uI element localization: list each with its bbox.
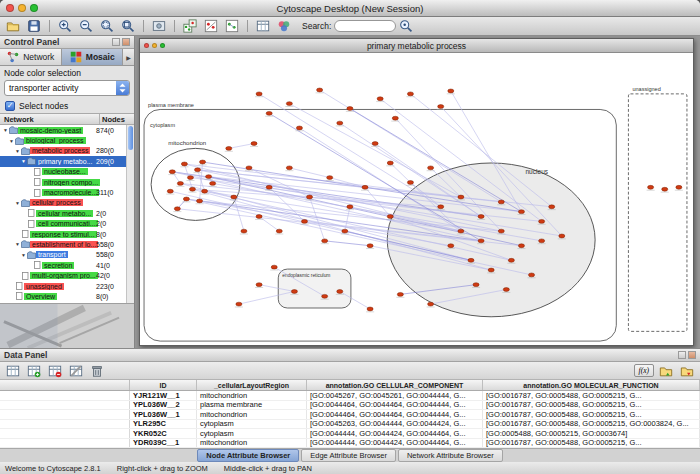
network-edge[interactable] (325, 241, 370, 246)
network-node[interactable] (549, 205, 555, 209)
table-row[interactable]: YDR039C__1mitochondrion[GO:0044444, GO:0… (0, 439, 700, 449)
network-node[interactable] (478, 215, 484, 219)
network-node[interactable] (372, 142, 378, 146)
network-node[interactable] (301, 219, 307, 223)
network-node[interactable] (231, 195, 237, 199)
network-node[interactable] (342, 229, 348, 233)
zoom-in-icon[interactable] (56, 18, 74, 35)
network-node[interactable] (236, 302, 242, 306)
node-color-dropdown[interactable]: transporter activity (4, 80, 130, 96)
network-node[interactable] (498, 229, 504, 233)
formula-builder-button[interactable]: f(x) (634, 364, 654, 377)
table-row[interactable]: YPL036W__1mitochondrion[GO:0044464, GO:0… (0, 410, 700, 420)
network-node[interactable] (362, 185, 368, 189)
network-node[interactable] (387, 215, 393, 219)
network-node[interactable] (478, 239, 484, 243)
network-edge[interactable] (229, 144, 254, 149)
network-node[interactable] (367, 307, 373, 311)
network-node[interactable] (251, 142, 257, 146)
birds-eye-view[interactable] (0, 303, 134, 348)
zoom-out-icon[interactable] (77, 18, 95, 35)
disclosure-triangle[interactable]: ▼ (20, 158, 27, 164)
minimize-window-button[interactable] (18, 4, 26, 12)
trash-icon[interactable] (88, 362, 106, 379)
tree-column-network[interactable]: Network (0, 114, 100, 124)
network-node[interactable] (448, 89, 454, 93)
tree-row[interactable]: ▼primary metabo...209(0 (0, 156, 126, 166)
export-attributes-icon[interactable] (678, 362, 696, 379)
network-node[interactable] (662, 187, 668, 191)
network-node[interactable] (488, 268, 494, 272)
snapshot-icon[interactable] (150, 18, 168, 35)
network-frame-titlebar[interactable]: primary metabolic process (140, 39, 693, 53)
tree-row[interactable]: nucleobase... (0, 167, 126, 177)
tree-row[interactable]: secretion41(0 (0, 260, 126, 270)
disclosure-triangle[interactable]: ▼ (8, 138, 15, 144)
search-options-button[interactable] (397, 18, 415, 35)
select-attributes-icon[interactable] (4, 362, 22, 379)
network-node[interactable] (559, 234, 565, 238)
tree-scrollbar[interactable] (126, 125, 134, 303)
open-session-icon[interactable] (4, 18, 22, 35)
network-node[interactable] (286, 166, 292, 170)
network-node[interactable] (468, 258, 474, 262)
save-session-icon[interactable] (25, 18, 43, 35)
network-node[interactable] (291, 290, 297, 294)
network-edge[interactable] (259, 94, 441, 207)
network-node[interactable] (202, 189, 208, 193)
tree-row[interactable]: Overview8(0) (0, 291, 126, 301)
network-node[interactable] (226, 146, 232, 150)
network-node[interactable] (246, 166, 252, 170)
network-node[interactable] (473, 283, 479, 287)
create-network-from-selection-icon[interactable] (181, 18, 199, 35)
network-node[interactable] (206, 175, 212, 179)
disclosure-triangle[interactable]: ▼ (14, 200, 21, 206)
network-node[interactable] (174, 207, 180, 211)
table-row[interactable]: YJR121W__1mitochondrion[GO:0045267, GO:0… (0, 391, 700, 401)
tree-row[interactable]: ▼mosaic-demo-yeast874(0 (0, 125, 126, 135)
network-edge[interactable] (289, 104, 461, 197)
disclosure-triangle[interactable]: ▼ (14, 241, 21, 247)
tree-row[interactable]: ▼metabolic process280(0 (0, 146, 126, 156)
import-table-icon[interactable] (254, 18, 272, 35)
window-titlebar[interactable]: Cytoscape Desktop (New Session) (0, 0, 700, 17)
network-node[interactable] (347, 205, 353, 209)
clear-attribute-icon[interactable] (67, 362, 85, 379)
network-node[interactable] (508, 258, 514, 262)
tree-row[interactable]: ▼establishment of lo...558(0 (0, 239, 126, 249)
float-data-panel-button[interactable] (678, 351, 686, 359)
zoom-fit-icon[interactable] (119, 18, 137, 35)
zoom-selected-icon[interactable] (98, 18, 116, 35)
network-node[interactable] (503, 288, 509, 292)
network-node[interactable] (167, 189, 173, 193)
hide-selected-icon[interactable] (202, 18, 220, 35)
network-node[interactable] (539, 219, 545, 223)
close-panel-button[interactable] (122, 38, 130, 46)
network-node[interactable] (181, 162, 187, 166)
frame-minimize-button[interactable] (152, 43, 157, 48)
network-node[interactable] (256, 92, 262, 96)
network-node[interactable] (377, 97, 383, 101)
network-node[interactable] (458, 195, 464, 199)
disclosure-triangle[interactable]: ▼ (14, 148, 21, 154)
column-header[interactable]: ID (130, 380, 197, 390)
network-node[interactable] (256, 215, 262, 219)
tree-row[interactable]: unassigned223(0 (0, 281, 126, 291)
vizmapper-icon[interactable] (275, 18, 293, 35)
column-header[interactable]: annotation.GO MOLECULAR_FUNCTION (483, 380, 700, 390)
network-node[interactable] (200, 160, 206, 164)
column-header[interactable]: annotation.GO CELLULAR_COMPONENT (307, 380, 483, 390)
tab-mosaic[interactable]: Mosaic (62, 49, 124, 65)
network-node[interactable] (518, 210, 524, 214)
network-node[interactable] (169, 170, 175, 174)
network-node[interactable] (539, 239, 545, 243)
network-node[interactable] (347, 107, 353, 111)
tree-row[interactable]: cellular metabo...2(0 (0, 208, 126, 218)
tab-node-attribute-browser[interactable]: Node Attribute Browser (197, 449, 299, 462)
network-node[interactable] (428, 302, 434, 306)
network-node[interactable] (407, 181, 413, 185)
network-canvas[interactable]: plasma membranecytoplasmmitochondrionnuc… (140, 53, 693, 345)
column-header[interactable]: _cellularLayoutRegion (197, 380, 307, 390)
network-node[interactable] (407, 92, 413, 96)
tree-row[interactable]: ▼transport558(0 (0, 250, 126, 260)
